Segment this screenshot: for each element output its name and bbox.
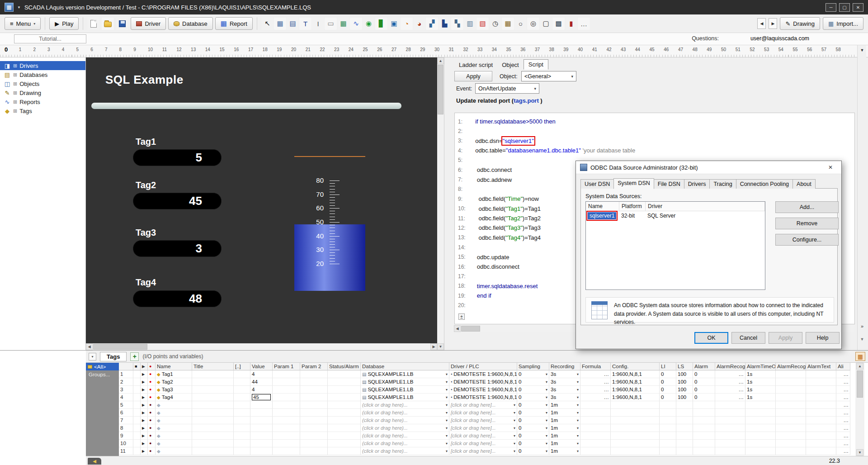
alarm-text-cell[interactable] — [806, 378, 836, 386]
dsn-list[interactable]: NamePlatformDriver sqlserver132-bitSQL S… — [585, 201, 765, 290]
histogram-tool-icon[interactable]: ▞ — [426, 18, 438, 30]
event-select[interactable]: OnAfterUpdate ▾ — [475, 83, 539, 94]
dropdown-icon[interactable]: ▾ — [514, 411, 515, 415]
alarm-recog-cell[interactable]: … — [715, 386, 745, 394]
title-cell[interactable] — [192, 440, 234, 447]
alarm-extra-cell[interactable]: … — [836, 417, 850, 424]
maximize-button[interactable]: ▢ — [839, 3, 850, 12]
select-pointer-tool-icon[interactable]: ↖ — [261, 18, 274, 30]
params-cell[interactable] — [234, 447, 250, 455]
scroll-up-icon[interactable]: ▲ — [856, 363, 863, 370]
sampling-cell[interactable]: 0▾ — [517, 394, 549, 401]
database-button[interactable]: Database — [168, 17, 213, 30]
driver-cell[interactable]: [click or drag here]...▾ — [449, 409, 517, 417]
status-cell[interactable] — [328, 370, 361, 378]
expand-panel-icon[interactable]: » — [858, 323, 867, 329]
params-cell[interactable] — [234, 409, 250, 417]
formula-cell[interactable] — [580, 409, 611, 417]
alarm-cell[interactable] — [693, 440, 715, 447]
li-cell[interactable] — [660, 440, 676, 447]
driver-button[interactable]: Driver — [131, 17, 166, 30]
ellipsis-button[interactable]: … — [739, 379, 744, 384]
status-cell[interactable] — [328, 394, 361, 401]
drawing-button[interactable]: ✎ Drawing — [780, 17, 820, 30]
record-icon[interactable]: ● — [149, 380, 151, 384]
configure-button[interactable]: Configure... — [775, 234, 839, 246]
scroll-thumb[interactable] — [438, 65, 443, 114]
params-cell[interactable] — [234, 394, 250, 401]
name-cell[interactable]: ◆ — [156, 417, 192, 424]
value-cell[interactable]: 45 — [250, 394, 273, 401]
alarm-recog2-cell[interactable] — [776, 432, 806, 440]
ellipsis-button[interactable]: … — [844, 410, 849, 415]
dropdown-icon[interactable]: ▾ — [446, 388, 448, 392]
ellipsis-button[interactable]: … — [739, 394, 744, 400]
dropdown-icon[interactable]: ▾ — [514, 403, 515, 407]
nav-back-icon[interactable]: ◀ — [757, 18, 766, 29]
name-cell[interactable]: ◆ — [156, 409, 192, 417]
save-button[interactable] — [116, 18, 128, 30]
dropdown-icon[interactable]: ▾ — [577, 411, 579, 415]
alarm-extra-cell[interactable]: … — [836, 378, 850, 386]
alarm-timeout-cell[interactable] — [745, 424, 776, 432]
scroll-left-icon[interactable]: ◀ — [86, 343, 93, 350]
table-row[interactable]: 9▶●◆(click or drag here)...▾[click or dr… — [119, 432, 855, 440]
database-cell[interactable]: ▤SQLEXAMPLE1.LB▾ — [361, 386, 449, 394]
formula-cell[interactable]: … — [580, 394, 611, 401]
ls-cell[interactable]: 100 — [676, 370, 693, 378]
panel-corner-icon[interactable]: ▾ — [89, 353, 96, 361]
config-cell[interactable]: 1:9600,N,8,1 — [611, 394, 660, 401]
led-tool-icon[interactable]: ◉ — [363, 18, 375, 30]
user-email[interactable]: user@laquisscada.com — [750, 35, 809, 42]
alarm-text-cell[interactable] — [806, 409, 836, 417]
table-row[interactable]: 5▶●◆(click or drag here)...▾[click or dr… — [119, 401, 855, 409]
dropdown-icon[interactable]: ▾ — [546, 372, 547, 376]
name-cell[interactable]: ◆Tag2 — [156, 378, 192, 386]
alarm-timeout-cell[interactable]: 1s — [745, 378, 776, 386]
alarm-text-cell[interactable] — [806, 401, 836, 409]
more-tools-icon[interactable]: … — [578, 18, 590, 30]
alarm-recog2-cell[interactable] — [776, 417, 806, 424]
params-cell[interactable] — [234, 386, 250, 394]
alarm-recog-cell[interactable] — [715, 432, 745, 440]
alarm-recog2-cell[interactable] — [776, 424, 806, 432]
help-button[interactable]: Help — [806, 332, 840, 344]
drawing-canvas[interactable]: SQL Example Tag15Tag245Tag33Tag448807060… — [86, 57, 437, 343]
value-cell[interactable]: 4 — [250, 386, 273, 394]
alarm-recog-cell[interactable] — [715, 447, 745, 455]
config-cell[interactable]: 1:9600,N,8,1 — [611, 370, 660, 378]
driver-cell[interactable]: ▪DEMOTESTE 1:9600,N,8,1▾ — [449, 370, 517, 378]
record-icon[interactable]: ● — [149, 449, 151, 453]
li-cell[interactable]: 0 — [660, 386, 676, 394]
column-header[interactable]: ▶ — [141, 363, 148, 370]
column-header[interactable]: Name — [156, 363, 192, 370]
status-cell[interactable] — [328, 447, 361, 455]
title-cell[interactable] — [192, 378, 234, 386]
dropdown-icon[interactable]: ▾ — [577, 426, 579, 430]
dropdown-icon[interactable]: ▾ — [546, 418, 547, 422]
status-cell[interactable] — [328, 401, 361, 409]
dropdown-icon[interactable]: ▾ — [514, 418, 515, 422]
value-edit-box[interactable]: 45 — [252, 394, 271, 400]
tab-ladder-script[interactable]: Ladder script — [454, 60, 497, 70]
ellipsis-button[interactable]: … — [844, 394, 849, 400]
ls-cell[interactable] — [676, 424, 693, 432]
recording-cell[interactable]: 3s▾ — [549, 370, 580, 378]
scroll-down-icon[interactable]: ▼ — [856, 449, 863, 456]
sampling-cell[interactable]: 0▾ — [517, 432, 549, 440]
param2-cell[interactable] — [300, 409, 328, 417]
tags-vscrollbar[interactable]: ▲ ▼ — [855, 363, 864, 456]
value-cell[interactable]: 44 — [250, 378, 273, 386]
driver-cell[interactable]: [click or drag here]...▾ — [449, 417, 517, 424]
code-line[interactable]: 4: odbc.table="databasename1.dbc.table1"… — [455, 146, 854, 155]
alarm-cell[interactable] — [693, 424, 715, 432]
stop-cell[interactable] — [133, 409, 141, 417]
value-cell[interactable] — [250, 401, 273, 409]
dropdown-icon[interactable]: ▾ — [546, 426, 547, 430]
rectangle-tool-icon[interactable]: ▢ — [540, 18, 552, 30]
title-cell[interactable] — [192, 432, 234, 440]
sidebar-item-drivers[interactable]: ◨⊞Drivers — [0, 61, 85, 70]
ellipsis-button[interactable]: … — [844, 418, 849, 423]
dialog-tab-about[interactable]: About — [793, 179, 816, 189]
config-cell[interactable] — [611, 424, 660, 432]
